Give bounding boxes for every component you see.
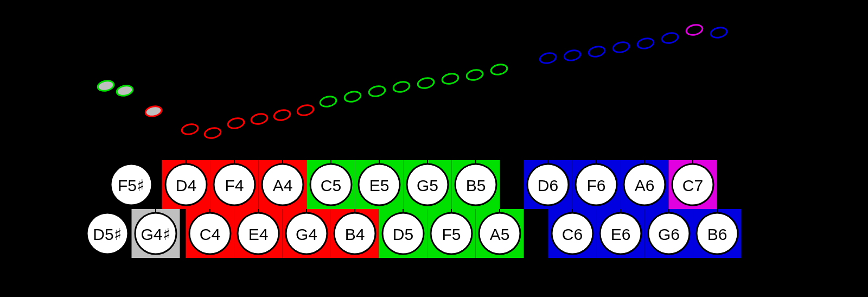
tonehole-F5s [116,84,133,97]
key-label-B6: B6 [707,225,727,243]
key-label-D5s: D5♯ [93,225,122,243]
tonehole-E4 [250,112,268,125]
key-label-D6: D6 [538,176,558,194]
tonehole-A6 [636,37,654,50]
key-label-D4: D4 [176,176,196,194]
tonehole-C7 [685,23,703,36]
tonehole-D4 [181,123,199,136]
key-label-C5: C5 [321,176,341,194]
tonehole-C5 [319,95,337,108]
tonehole-E6 [612,41,630,54]
key-label-D5: D5 [393,225,413,243]
key-label-B4: B4 [345,225,365,243]
tonehole-G4s [144,105,162,118]
tonehole-G6 [661,31,679,45]
key-label-G5: G5 [417,176,438,194]
key-label-C4: C4 [200,225,220,243]
tonehole-F5 [441,72,459,85]
key-label-A4: A4 [273,176,293,194]
note-diagram: F5♯D4F4A4C5E5G5B5D6F6A6C7D5♯G4♯C4E4G4B4D… [0,0,868,297]
key-label-E4: E4 [248,225,269,243]
tonehole-A4 [273,109,291,122]
tonehole-D5s [97,79,114,92]
key-label-F5s: F5♯ [118,176,145,194]
tonehole-C4 [203,127,221,140]
tonehole-A5 [490,63,508,76]
key-label-F6: F6 [586,176,605,194]
tonehole-G4 [296,104,314,117]
key-label-F4: F4 [225,176,244,194]
key-label-G4s: G4♯ [141,225,170,243]
key-label-E6: E6 [611,225,631,243]
key-label-G6: G6 [658,225,680,243]
key-label-C7: C7 [682,176,703,194]
tonehole-B5 [465,68,483,81]
key-label-E5: E5 [369,176,390,194]
tonehole-F6 [588,45,605,58]
key-label-G4: G4 [296,225,317,243]
key-label-F5: F5 [442,225,461,243]
key-label-A5: A5 [490,225,510,243]
tonehole-C6 [563,49,581,62]
tonehole-D5 [392,80,410,93]
tonehole-B4 [343,90,361,103]
tonehole-E5 [368,85,386,98]
key-label-B5: B5 [466,176,486,194]
tonehole-F4 [227,117,245,130]
tonehole-D6 [539,52,557,65]
key-label-A6: A6 [635,176,655,194]
key-label-C6: C6 [562,225,583,243]
tonehole-B6 [710,26,727,39]
tonehole-G5 [417,77,435,90]
